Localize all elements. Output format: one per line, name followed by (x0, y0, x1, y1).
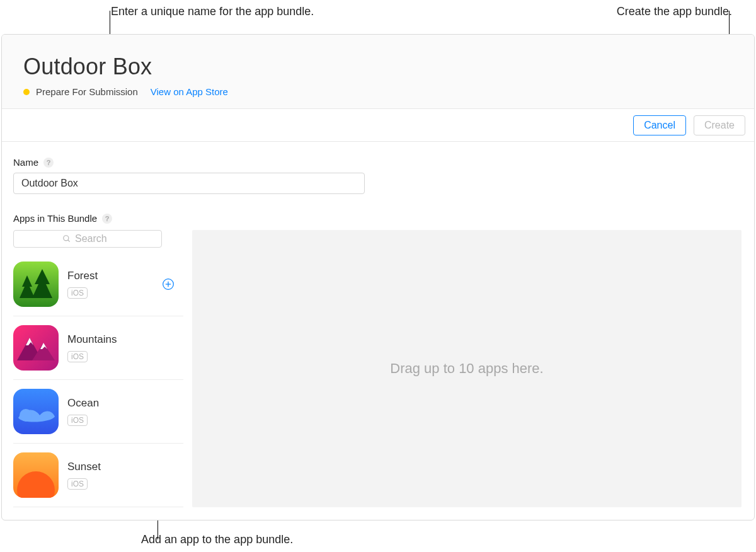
bundle-name-input[interactable] (13, 173, 365, 194)
help-icon[interactable]: ? (102, 214, 112, 224)
callout-create: Create the app bundle. (617, 5, 732, 18)
plus-circle-icon (162, 278, 175, 290)
platform-badge: iOS (67, 415, 88, 426)
apps-picker-column: Forest iOS (13, 230, 183, 507)
callout-add: Add an app to the app bundle. (141, 533, 293, 546)
status-row: Prepare For Submission View on App Store (23, 86, 733, 97)
svg-point-0 (64, 236, 69, 241)
name-label-text: Name (13, 157, 38, 168)
app-name-label: Sunset (67, 461, 101, 473)
platform-badge: iOS (67, 351, 88, 362)
apps-label-text: Apps in This Bundle (13, 213, 97, 224)
search-input-wrap[interactable] (13, 230, 162, 248)
drop-hint-text: Drag up to 10 apps here. (390, 360, 543, 377)
bundle-window: Outdoor Box Prepare For Submission View … (1, 34, 755, 520)
app-list: Forest iOS (13, 253, 183, 507)
svg-marker-3 (32, 269, 52, 298)
platform-badge: iOS (67, 287, 88, 299)
action-bar: Cancel Create (2, 109, 754, 142)
cancel-button[interactable]: Cancel (633, 115, 686, 135)
callout-name: Enter a unique name for the app bundle. (111, 5, 314, 18)
svg-line-1 (68, 240, 70, 242)
platform-badge: iOS (67, 478, 88, 490)
help-icon[interactable]: ? (43, 158, 54, 168)
status-text: Prepare For Submission (36, 86, 138, 97)
page-title: Outdoor Box (23, 54, 733, 80)
app-item-forest[interactable]: Forest iOS (13, 253, 183, 316)
bundle-drop-zone[interactable]: Drag up to 10 apps here. (192, 230, 742, 507)
app-item-sunset[interactable]: Sunset iOS (13, 444, 183, 507)
create-button[interactable]: Create (694, 115, 745, 135)
svg-point-11 (20, 409, 32, 422)
view-on-app-store-link[interactable]: View on App Store (151, 86, 228, 97)
search-input[interactable] (75, 233, 113, 244)
svg-marker-2 (20, 275, 35, 298)
app-name-label: Mountains (67, 333, 117, 346)
app-icon (13, 452, 59, 498)
app-icon (13, 389, 59, 434)
window-header: Outdoor Box Prepare For Submission View … (2, 35, 754, 109)
app-item-mountains[interactable]: Mountains iOS (13, 316, 183, 380)
app-icon (13, 262, 59, 307)
svg-point-12 (17, 471, 55, 498)
search-icon (62, 234, 71, 243)
add-app-button[interactable] (162, 278, 175, 290)
status-dot-icon (23, 89, 30, 95)
form-area: Name ? Apps in This Bundle ? (2, 142, 754, 507)
app-name-label: Forest (67, 270, 98, 282)
apps-section-label: Apps in This Bundle ? (13, 213, 743, 224)
app-name-label: Ocean (67, 397, 99, 410)
app-item-ocean[interactable]: Ocean iOS (13, 380, 183, 444)
app-icon (13, 325, 59, 371)
name-field-label: Name ? (13, 157, 743, 168)
